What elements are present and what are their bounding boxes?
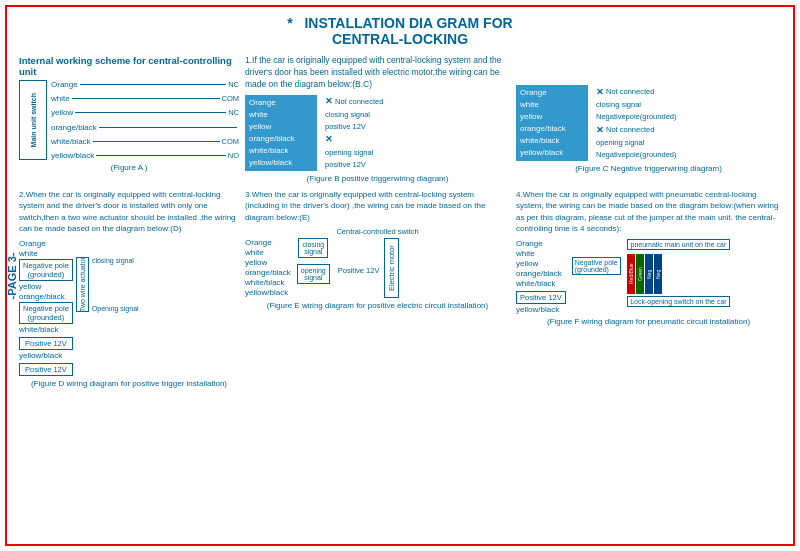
central-label: Central-controlled switch bbox=[245, 227, 510, 236]
f-right: pneumatic main unit on the car Red/Blue … bbox=[627, 239, 731, 307]
pos-12v-e: Positive 12V bbox=[338, 238, 380, 275]
title-area: * INSTALLATION DIA GRAM FOR CENTRAL-LOCK… bbox=[19, 15, 781, 47]
fig-f-inner: Orange white yellow orange/black white/b… bbox=[516, 239, 781, 314]
opening-signal-box: openingsignal bbox=[297, 264, 330, 284]
lock-box: Lock-opening switch on the car bbox=[627, 296, 731, 307]
section-c: Orange white yellow orange/black white/b… bbox=[516, 55, 781, 183]
wire-item: white/black bbox=[520, 135, 584, 147]
wire-item: Orange bbox=[520, 87, 584, 99]
red-bar: Red/Blue bbox=[627, 254, 635, 294]
wire-col-e: Orange white yellow orange/black white/b… bbox=[245, 238, 291, 297]
wire-item: yellow bbox=[520, 111, 584, 123]
green-bar: Green bbox=[636, 254, 644, 294]
bc-label-row: Negativepole(grounded) bbox=[596, 150, 676, 159]
bc-label-row: ✕Not connected bbox=[596, 125, 676, 135]
fig-e-caption: (Figure E wiring diagram for positive el… bbox=[245, 301, 510, 310]
fig-f-caption: (Figure F wiring diagram for pneumatic c… bbox=[516, 317, 781, 326]
bc-label-row: positive 12V bbox=[325, 160, 383, 169]
title-asterisk: * bbox=[287, 15, 292, 31]
wire-item: Orange bbox=[249, 97, 313, 109]
bc-label-row: opening signal bbox=[596, 138, 676, 147]
wire-col-f: Orange white yellow orange/black white/b… bbox=[516, 239, 566, 314]
motor-box: Electric motor bbox=[384, 238, 399, 298]
figure-a-inner: Main unit switch Orange NC white COM bbox=[19, 80, 239, 160]
wire-item: orange/black bbox=[520, 123, 584, 135]
wire-item: yellow/black bbox=[249, 157, 313, 169]
wire-item: yellow/black bbox=[520, 147, 584, 159]
title-line1: INSTALLATION DIA GRAM FOR bbox=[304, 15, 512, 31]
fig-b-caption: (Figure B positive triggerwiring diagram… bbox=[245, 174, 510, 183]
wire-row: white/black COM bbox=[51, 137, 239, 146]
wire-item: white bbox=[520, 99, 584, 111]
section-3-e: 3.When the car is originally equipped wi… bbox=[245, 189, 510, 388]
section-2-d: 2.When the car is originally equipped wi… bbox=[19, 189, 239, 388]
wire-row: yellow/black NO bbox=[51, 151, 239, 160]
figure-f: Orange white yellow orange/black white/b… bbox=[516, 239, 781, 326]
switch-label: Main unit switch bbox=[30, 93, 37, 147]
bc-labels-b: ✕Not connected closing signal positive 1… bbox=[325, 95, 383, 171]
bc-label-row: positive 12V bbox=[325, 122, 383, 131]
section-3-text: 3.When the car is originally equipped wi… bbox=[245, 189, 510, 224]
section-a-title: Internal working scheme for central-cont… bbox=[19, 55, 239, 77]
wire-col-d: Orange white Negative pole(grounded) yel… bbox=[19, 239, 73, 376]
wire-item: white bbox=[249, 109, 313, 121]
fig-d-caption: (Figure D wiring diagram for positive tr… bbox=[19, 379, 239, 388]
title-line2: CENTRAL-LOCKING bbox=[332, 31, 468, 47]
outer-border: -PAGE 3- * INSTALLATION DIA GRAM FOR CEN… bbox=[5, 5, 795, 546]
section-b-title: 1.If the car is originally equipped with… bbox=[245, 55, 510, 91]
neg-pole-f: Negative pole(grounded) bbox=[572, 257, 621, 275]
blue-box-b: Orange white yellow orange/black white/b… bbox=[245, 95, 317, 171]
section-2-text: 2.When the car is originally equipped wi… bbox=[19, 189, 239, 235]
pneumatic-box: pneumatic main unit on the car bbox=[627, 239, 731, 250]
fig-a-caption: (Figure A ) bbox=[19, 163, 239, 172]
central-switch-container: closingsignal openingsignal bbox=[297, 238, 330, 284]
section-b: 1.If the car is originally equipped with… bbox=[245, 55, 510, 183]
pos-box-d2: Positive 12V bbox=[19, 363, 73, 376]
fig-e-inner: Orange white yellow orange/black white/b… bbox=[245, 238, 510, 298]
bc-label-row: ✕Not connected bbox=[596, 87, 676, 97]
top-row: Internal working scheme for central-cont… bbox=[19, 55, 781, 183]
main-content: * INSTALLATION DIA GRAM FOR CENTRAL-LOCK… bbox=[7, 7, 793, 394]
signal-labels-d: closing signal Opening signal bbox=[92, 257, 139, 312]
bc-label-row: closing signal bbox=[596, 100, 676, 109]
wire-row: yellow NC bbox=[51, 108, 239, 117]
f-middle: Negative pole(grounded) bbox=[572, 239, 621, 275]
wire-item: white/black bbox=[249, 145, 313, 157]
page-label: -PAGE 3- bbox=[6, 252, 18, 299]
figure-a: Internal working scheme for central-cont… bbox=[19, 55, 239, 183]
central-switch-box: closingsignal bbox=[298, 238, 328, 258]
switch-box: Main unit switch bbox=[19, 80, 47, 160]
diag-bc-c: Orange white yellow orange/black white/b… bbox=[516, 85, 781, 161]
two-wire-container: Two wire actuator bbox=[76, 257, 89, 312]
bc-label-row: closing signal bbox=[325, 110, 383, 119]
neg-box-d1: Negative pole(grounded) bbox=[19, 259, 73, 281]
wire-item: yellow bbox=[249, 121, 313, 133]
wire-row: white COM bbox=[51, 94, 239, 103]
fig-c-caption: (Figure C Negative triggerwiring diagram… bbox=[516, 164, 781, 173]
pos-box-f: Positive 12V bbox=[516, 291, 566, 304]
diag-bc-b: Orange white yellow orange/black white/b… bbox=[245, 95, 510, 171]
bc-labels-c: ✕Not connected closing signal Negativepo… bbox=[596, 85, 676, 161]
fig-d-inner: Orange white Negative pole(grounded) yel… bbox=[19, 239, 239, 376]
bc-label-row: opening signal bbox=[325, 148, 383, 157]
blue-box-c: Orange white yellow orange/black white/b… bbox=[516, 85, 588, 161]
figure-e: Central-controlled switch Orange white y… bbox=[245, 227, 510, 310]
bc-label-row: Negativepole(grounded) bbox=[596, 112, 676, 121]
section-4-f: 4.When the car is originally equipped wi… bbox=[516, 189, 781, 388]
neg-box-d2: Negative pole(grounded) bbox=[19, 302, 73, 324]
neg-line-bar2: Neg bbox=[654, 254, 662, 294]
wire-row: orange/black bbox=[51, 123, 239, 132]
bc-label-row: ✕Not connected bbox=[325, 96, 383, 106]
figure-d: Orange white Negative pole(grounded) yel… bbox=[19, 239, 239, 388]
bottom-row: 2.When the car is originally equipped wi… bbox=[19, 189, 781, 388]
wire-row: Orange NC bbox=[51, 80, 239, 89]
section-4-text: 4.When the car is originally equipped wi… bbox=[516, 189, 781, 235]
wire-list-a: Orange NC white COM yellow NC bbox=[51, 80, 239, 160]
color-bars: Red/Blue Green Neg Neg bbox=[627, 254, 731, 294]
bc-label-row: ✕ bbox=[325, 134, 383, 144]
two-wire-box: Two wire actuator bbox=[76, 257, 89, 312]
wire-item: orange/black bbox=[249, 133, 313, 145]
pos-box-d: Positive 12V bbox=[19, 337, 73, 350]
neg-line-bar1: Neg bbox=[645, 254, 653, 294]
